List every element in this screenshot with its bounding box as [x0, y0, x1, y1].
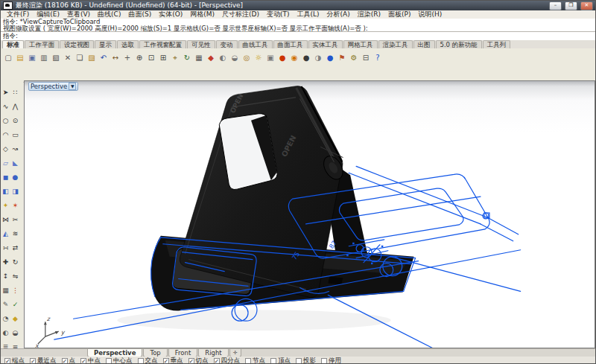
rotate-icon[interactable]: ↻ [10, 258, 20, 267]
array-icon[interactable]: ∺ [1, 243, 10, 253]
polyline-icon[interactable]: ⋀ [10, 102, 20, 112]
settings-gears-icon[interactable]: ⚙ [349, 53, 359, 63]
explode-icon[interactable]: ✶ [10, 201, 20, 211]
flag-options-icon[interactable]: ⚑ [337, 53, 347, 63]
tab-transform[interactable]: 变动 [216, 40, 238, 48]
mirror-icon[interactable]: ⇋ [10, 272, 20, 281]
hide-objects-icon[interactable]: ◐ [218, 53, 228, 63]
tab-curve-tools[interactable]: 曲线工具 [238, 40, 273, 48]
osnap-quadrant[interactable]: ✓四分点 [214, 357, 241, 364]
edit-points-icon[interactable]: ✎ [1, 300, 10, 310]
copy-icon[interactable]: ❏ [74, 53, 85, 63]
viewport-title-tab[interactable]: Perspective ▼ [28, 82, 78, 91]
ellipse-icon[interactable]: ⊙ [10, 116, 20, 126]
sphere-icon[interactable]: ● [10, 173, 20, 182]
zoom-selected-icon[interactable]: ⌖ [170, 53, 180, 63]
tab-select[interactable]: 选取 [117, 40, 139, 48]
render-preview-icon[interactable]: ◉ [289, 53, 299, 63]
osnap-perpendicular[interactable]: ✓垂点 [163, 357, 183, 364]
lock-objects-icon[interactable]: ◒ [229, 53, 240, 63]
delete-icon[interactable]: ✕ [63, 53, 73, 63]
select-icon[interactable]: ➤ [1, 88, 10, 98]
tab-drafting[interactable]: 出图 [413, 40, 435, 48]
tab-solid-tools[interactable]: 实体工具 [308, 40, 343, 48]
point-icon[interactable]: ∷ [10, 88, 20, 98]
undo-icon[interactable]: ↶ [98, 53, 109, 63]
osnap-project[interactable]: 投影 [296, 357, 316, 364]
osnap-disable[interactable]: 停用 [321, 357, 341, 364]
osnap-center-checkbox[interactable] [106, 358, 112, 364]
osnap-intersection[interactable]: 交点 [138, 357, 158, 364]
osnap-perpendicular-checkbox[interactable]: ✓ [163, 358, 169, 364]
chevron-down-icon[interactable]: ▼ [69, 83, 76, 90]
close-button[interactable]: ✕ [580, 1, 593, 10]
osnap-nearest[interactable]: ✓最近点 [30, 357, 57, 364]
offset-icon[interactable]: ≋ [10, 229, 20, 239]
tab-toolbar-list[interactable]: 工具列 [483, 40, 511, 48]
osnap-endpoint-checkbox[interactable]: ✓ [4, 358, 10, 364]
grid-snap-icon[interactable]: ▦ [1, 286, 10, 296]
rectangle-icon[interactable]: ▭ [10, 130, 20, 140]
viewport-canvas[interactable]: OPEN OPEN [25, 81, 595, 348]
analyze-curvature-icon[interactable]: ◔ [1, 314, 10, 324]
tab-surface-tools[interactable]: 曲面工具 [273, 40, 308, 48]
tab-set-view[interactable]: 设定视图 [60, 40, 94, 48]
tab-visibility[interactable]: 可见性 [187, 40, 215, 48]
copy-view-icon[interactable]: ▧ [51, 53, 61, 63]
osnap-knot[interactable]: 节点 [245, 357, 265, 364]
osnap-vertex[interactable]: 顶点 [270, 357, 291, 364]
helix-icon[interactable]: ↝ [10, 144, 20, 154]
osnap-disable-checkbox[interactable] [321, 358, 327, 364]
osnap-tangent-checkbox[interactable]: ✓ [188, 358, 194, 364]
curve-icon[interactable]: ∿ [1, 102, 10, 112]
osnap-endpoint[interactable]: ✓端点 [4, 357, 25, 364]
gumball-icon[interactable]: ⋮ [10, 286, 20, 296]
pipe-icon[interactable]: ◨ [10, 187, 20, 197]
tab-new-in-v5[interactable]: 5.0 的新功能 [436, 40, 482, 48]
rotate-view-icon[interactable]: ↻ [182, 53, 192, 63]
tab-cplane[interactable]: 工作平面 [25, 40, 59, 48]
lock-icon[interactable]: ▣ [265, 53, 276, 63]
lock-icon[interactable]: ◒ [10, 328, 20, 338]
open-file-icon[interactable]: ▤ [15, 53, 25, 63]
osnap-quadrant-checkbox[interactable]: ✓ [214, 358, 220, 364]
perspective-viewport[interactable]: Perspective ▼ [24, 80, 595, 348]
zoom-dynamic-icon[interactable]: ⊕ [134, 53, 145, 63]
render-icon[interactable]: ● [277, 53, 288, 63]
move-view-icon[interactable]: + [122, 53, 133, 63]
material-icon[interactable]: ◆ [10, 314, 20, 324]
lamp-icon[interactable]: ☼ [253, 53, 264, 63]
rendered-viewport-icon[interactable]: ● [325, 53, 335, 63]
osnap-nearest-checkbox[interactable]: ✓ [30, 358, 36, 364]
save-icon[interactable]: ▣ [27, 53, 37, 63]
print-icon[interactable]: ▥ [39, 53, 49, 63]
join-icon[interactable]: ⋈ [1, 215, 10, 225]
circle-icon[interactable]: ○ [1, 116, 10, 126]
four-viewports-icon[interactable]: ▦ [194, 53, 204, 63]
zoom-window-icon[interactable]: ⊡ [146, 53, 156, 63]
polygon-icon[interactable]: ◇ [1, 144, 10, 154]
ghosted-viewport-icon[interactable]: ◑ [313, 53, 323, 63]
tab-standard[interactable]: 标准 [2, 40, 24, 48]
osnap-tangent[interactable]: ✓切点 [188, 357, 209, 364]
scale-icon[interactable]: ↕ [1, 272, 10, 281]
osnap-center[interactable]: 中心点 [106, 357, 133, 364]
osnap-point-checkbox[interactable]: ✓ [62, 358, 68, 364]
boolean-union-icon[interactable]: ◭ [1, 229, 10, 239]
fillet-icon[interactable]: ✦ [1, 201, 10, 211]
cylinder-icon[interactable]: ◧ [1, 187, 10, 197]
zoom-extents-icon[interactable]: ⊞ [158, 53, 168, 63]
tab-display[interactable]: 显示 [95, 40, 116, 48]
minimize-button[interactable]: – [549, 1, 562, 10]
tab-render-tools[interactable]: 渲染工具 [378, 40, 413, 48]
layer-dialog-icon[interactable]: ◎ [241, 53, 252, 63]
osnap-intersection-checkbox[interactable] [138, 358, 144, 364]
pan-icon[interactable]: ↔ [110, 53, 121, 63]
tab-viewport-layout[interactable]: 工作视窗配置 [139, 40, 186, 48]
check-icon[interactable]: ✓ [10, 300, 20, 310]
orient-icon[interactable]: ⇄ [10, 243, 20, 253]
hide-icon[interactable]: ◐ [1, 328, 10, 338]
maximize-button[interactable]: ❐ [565, 1, 577, 10]
move-icon[interactable]: ✚ [1, 258, 10, 267]
new-file-icon[interactable]: ▢ [3, 53, 13, 63]
